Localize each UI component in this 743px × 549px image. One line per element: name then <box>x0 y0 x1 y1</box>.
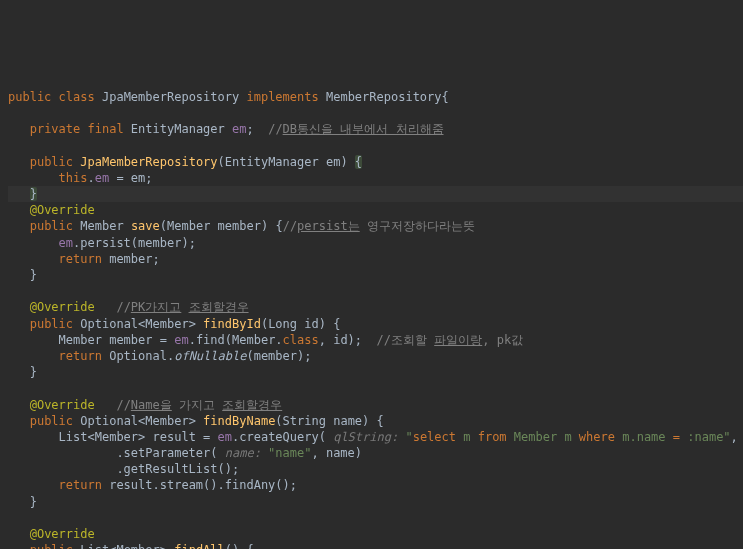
sql-keyword: select <box>413 430 464 444</box>
param-name: member <box>218 219 261 233</box>
comment: //조회할 <box>377 333 435 347</box>
comment-text: 조회할경우 <box>189 300 249 314</box>
field: em <box>232 122 246 136</box>
keyword: public <box>8 90 51 104</box>
args: , id) <box>319 333 355 347</box>
args: , Member. <box>731 430 743 444</box>
keyword: private <box>30 122 81 136</box>
comment: // <box>116 398 130 412</box>
method-call: .getResultList() <box>116 462 232 476</box>
param-type: Long <box>268 317 297 331</box>
keyword: this <box>59 171 88 185</box>
comment-text: 파일이랑 <box>434 333 482 347</box>
comment-text: persist는 <box>297 219 360 233</box>
comment-text: 영구저장하다라는뜻 <box>360 219 475 233</box>
variable: result <box>153 430 196 444</box>
class-name: JpaMemberRepository <box>102 90 239 104</box>
return-type: Optional<Member> <box>80 414 196 428</box>
keyword: public <box>30 317 73 331</box>
comment-text: 가지고 <box>172 398 222 412</box>
string: "name" <box>268 446 311 460</box>
return-type: List<Member> <box>80 543 167 549</box>
value: member <box>102 252 153 266</box>
comment-text: PK가지고 <box>131 300 181 314</box>
keyword: return <box>59 349 102 363</box>
interface-name: MemberRepository <box>326 90 442 104</box>
type: EntityManager <box>131 122 225 136</box>
method-call: .createQuery( <box>232 430 326 444</box>
field: em <box>174 333 188 347</box>
method-name: findById <box>203 317 261 331</box>
field: em <box>218 430 232 444</box>
brace-highlight: { <box>355 155 362 169</box>
sql-keyword: where <box>579 430 622 444</box>
field: em <box>59 236 73 250</box>
code-block: public class JpaMemberRepository impleme… <box>8 73 743 549</box>
method-name: findByName <box>203 414 275 428</box>
method-call: .setParameter( <box>116 446 217 460</box>
constructor: JpaMemberRepository <box>80 155 217 169</box>
return-type: Optional<Member> <box>80 317 196 331</box>
comment-text: 조회할경우 <box>222 398 282 412</box>
comment-text: , pk값 <box>482 333 523 347</box>
comment-text: DB통신을 내부에서 처리해줌 <box>283 122 444 136</box>
value: Optional. <box>102 349 174 363</box>
param-name: id <box>304 317 318 331</box>
return-type: Member <box>80 219 123 233</box>
annotation: @Override <box>30 300 95 314</box>
assignment: = em <box>109 171 145 185</box>
param-hint: qlString: <box>326 430 405 444</box>
current-line: } <box>8 186 743 202</box>
annotation: @Override <box>30 398 95 412</box>
keyword: final <box>88 122 124 136</box>
param-type: EntityManager <box>225 155 319 169</box>
string-quote: " <box>723 430 730 444</box>
param-type: Member <box>167 219 210 233</box>
keyword: public <box>30 543 73 549</box>
comment: // <box>283 219 297 233</box>
keyword: implements <box>246 90 318 104</box>
comment-text: Name을 <box>131 398 172 412</box>
keyword: class <box>59 90 95 104</box>
type: Member <box>59 333 102 347</box>
method-call: .find(Member. <box>189 333 283 347</box>
param-name: name <box>333 414 362 428</box>
type: List<Member> <box>59 430 146 444</box>
keyword: class <box>283 333 319 347</box>
annotation: @Override <box>30 203 95 217</box>
param-hint: name: <box>218 446 269 460</box>
string-quote: " <box>405 430 412 444</box>
keyword: return <box>59 478 102 492</box>
annotation: @Override <box>30 527 95 541</box>
field: em <box>95 171 109 185</box>
method-call: .persist(member) <box>73 236 189 250</box>
keyword: public <box>30 219 73 233</box>
keyword: public <box>30 414 73 428</box>
args: (member) <box>246 349 304 363</box>
value: result.stream().findAny() <box>102 478 290 492</box>
keyword: public <box>30 155 73 169</box>
brace-highlight: } <box>30 187 37 201</box>
keyword: return <box>59 252 102 266</box>
comment: // <box>268 122 282 136</box>
method-name: save <box>131 219 160 233</box>
comment: // <box>116 300 130 314</box>
args: , name) <box>311 446 362 460</box>
method-name: findAll <box>174 543 225 549</box>
param-name: em <box>326 155 340 169</box>
sql-keyword: from <box>478 430 514 444</box>
static-method: ofNullable <box>174 349 246 363</box>
param-type: String <box>283 414 326 428</box>
variable: member <box>109 333 152 347</box>
